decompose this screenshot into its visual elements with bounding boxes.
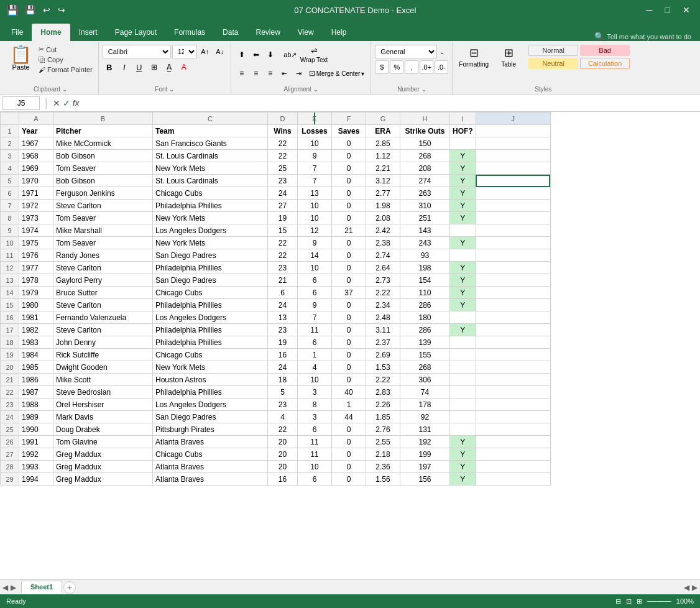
cell-H8[interactable]: 251 [400,212,450,224]
col-resize-I[interactable] [473,113,476,124]
percent-button[interactable]: % [390,60,403,74]
cell-H9[interactable]: 143 [400,224,450,237]
orientation-button[interactable]: ab↗ [283,48,297,62]
tab-home[interactable]: Home [32,24,70,41]
cell-A27[interactable]: 1992 [19,448,53,461]
cell-B5[interactable]: Bob Gibson [53,175,153,187]
col-resize-C[interactable] [265,113,267,124]
cell-E20[interactable]: 4 [298,361,332,374]
increase-font-button[interactable]: A↑ [198,45,212,58]
cell-B1[interactable]: Pitcher [53,125,153,137]
col-header-G[interactable]: G [366,113,400,125]
cell-D20[interactable]: 24 [268,361,298,374]
cell-A10[interactable]: 1975 [19,237,53,249]
col-header-C[interactable]: C [153,113,268,125]
cell-J3[interactable] [476,150,550,162]
cell-I5[interactable]: Y [450,175,476,187]
cell-F26[interactable]: 0 [332,436,366,448]
row-number-5[interactable]: 5 [1,175,19,187]
redo-button[interactable]: ↪ [55,4,68,16]
cell-C5[interactable]: St. Louis Cardinals [153,175,268,187]
cell-I11[interactable] [450,249,476,262]
col-header-I[interactable]: I [450,113,476,125]
cell-B13[interactable]: Gaylord Perry [53,274,153,287]
row-number-18[interactable]: 18 [1,336,19,349]
col-resize-H[interactable] [447,113,449,124]
cell-J18[interactable] [476,336,550,349]
cell-D9[interactable]: 15 [268,224,298,237]
cell-G24[interactable]: 1.85 [366,411,400,423]
col-resize-A[interactable] [50,113,53,124]
cell-D19[interactable]: 16 [268,349,298,361]
copy-button[interactable]: ⿻ Copy [37,55,94,64]
cell-C24[interactable]: San Diego Padres [153,411,268,423]
cell-G4[interactable]: 2.21 [366,162,400,175]
cell-E24[interactable]: 3 [298,411,332,423]
cell-E2[interactable]: 10 [298,137,332,150]
cell-I17[interactable]: Y [450,324,476,336]
cell-A29[interactable]: 1994 [19,473,53,486]
cell-H11[interactable]: 93 [400,249,450,262]
cell-I7[interactable]: Y [450,200,476,212]
cell-H1[interactable]: Strike Outs [400,125,450,137]
cell-G7[interactable]: 1.98 [366,200,400,212]
col-header-D[interactable]: D [268,113,298,125]
cell-J19[interactable] [476,349,550,361]
col-resize-E[interactable] [329,113,331,124]
cell-H12[interactable]: 198 [400,262,450,274]
cell-A3[interactable]: 1968 [19,150,53,162]
maximize-button[interactable]: □ [661,5,674,15]
cell-D13[interactable]: 21 [268,274,298,287]
cell-C8[interactable]: New York Mets [153,212,268,224]
cell-G9[interactable]: 2.42 [366,224,400,237]
cell-F13[interactable]: 0 [332,274,366,287]
cell-G11[interactable]: 2.74 [366,249,400,262]
cell-E28[interactable]: 10 [298,461,332,473]
cell-E29[interactable]: 6 [298,473,332,486]
cell-B16[interactable]: Fernando Valenzuela [53,311,153,324]
number-format-select[interactable]: General Number Currency [375,45,437,58]
col-header-A[interactable]: A [19,113,53,125]
row-number-9[interactable]: 9 [1,224,19,237]
cell-C23[interactable]: Los Angeles Dodgers [153,398,268,411]
enter-formula-icon[interactable]: ✓ [63,98,70,108]
cell-E7[interactable]: 10 [298,200,332,212]
align-right-button[interactable]: ≡ [264,67,277,80]
cell-D21[interactable]: 18 [268,374,298,386]
cell-J20[interactable] [476,361,550,374]
cell-I12[interactable]: Y [450,262,476,274]
col-resize-F[interactable] [363,113,366,124]
cell-I9[interactable] [450,224,476,237]
cell-E27[interactable]: 11 [298,448,332,461]
cut-button[interactable]: ✂ Cut [37,45,94,54]
cell-F10[interactable]: 0 [332,237,366,249]
cell-C14[interactable]: Chicago Cubs [153,287,268,299]
cell-I29[interactable]: Y [450,473,476,486]
merge-center-button[interactable]: ⊡ Merge & Center ▾ [306,68,367,78]
currency-button[interactable]: $ [375,60,389,74]
cell-H15[interactable]: 286 [400,299,450,311]
cell-B6[interactable]: Ferguson Jenkins [53,187,153,200]
cell-E12[interactable]: 10 [298,262,332,274]
cell-D27[interactable]: 20 [268,448,298,461]
page-layout-icon[interactable]: ⊡ [626,597,632,606]
cell-E10[interactable]: 9 [298,237,332,249]
cell-F1[interactable]: Saves [332,125,366,137]
cell-B17[interactable]: Steve Carlton [53,324,153,336]
cell-F6[interactable]: 0 [332,187,366,200]
cell-F28[interactable]: 0 [332,461,366,473]
cell-J6[interactable] [476,187,550,200]
cell-E5[interactable]: 7 [298,175,332,187]
cell-A2[interactable]: 1967 [19,137,53,150]
cell-A23[interactable]: 1988 [19,398,53,411]
scroll-right-sheet-icon[interactable]: ▶ [692,583,698,592]
cell-C11[interactable]: San Diego Padres [153,249,268,262]
row-number-28[interactable]: 28 [1,461,19,473]
cell-J17[interactable] [476,324,550,336]
row-number-12[interactable]: 12 [1,262,19,274]
scroll-right-tab-icon[interactable]: ▶ [11,583,16,592]
alignment-expand-icon[interactable]: ⌄ [313,86,318,93]
cell-C28[interactable]: Atlanta Braves [153,461,268,473]
cell-F29[interactable]: 0 [332,473,366,486]
close-button[interactable]: ✕ [679,5,694,15]
